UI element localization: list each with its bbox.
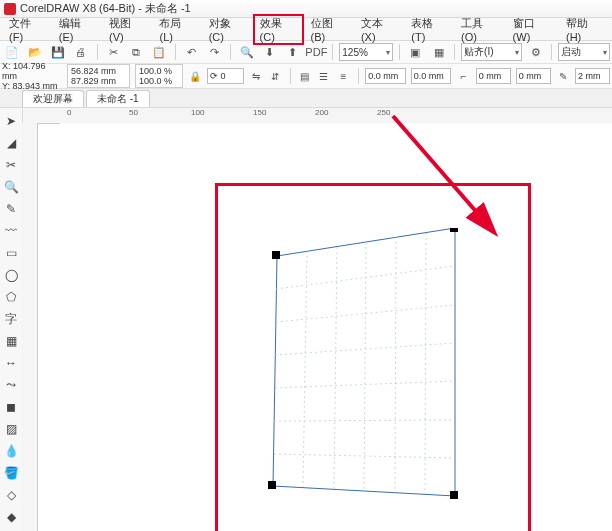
size-fields[interactable]: 56.824 mm 87.829 mm xyxy=(67,64,130,88)
connector-tool-icon[interactable]: ⤳ xyxy=(2,376,20,394)
options-icon[interactable]: ⚙ xyxy=(526,42,545,62)
launch-combo[interactable]: 启动 ▾ xyxy=(558,43,610,61)
ruler-vertical xyxy=(22,123,38,531)
handle-bottom-left xyxy=(268,481,276,489)
zoom-combo[interactable]: 125% ▾ xyxy=(339,43,393,61)
open-icon[interactable]: 📂 xyxy=(25,42,44,62)
svg-line-0 xyxy=(393,116,493,231)
handle-top-left xyxy=(272,251,280,259)
shadow-tool-icon[interactable]: ◼ xyxy=(2,398,20,416)
scale-x: 100.0 xyxy=(139,66,162,76)
svg-line-6 xyxy=(274,420,455,421)
cut-icon[interactable]: ✂ xyxy=(103,42,122,62)
align-icon[interactable]: ≡ xyxy=(336,66,350,86)
pick-tool-icon[interactable]: ➤ xyxy=(2,112,20,130)
outline-field-1[interactable]: 0.0 mm xyxy=(365,68,406,84)
outline-field-2[interactable]: 0.0 mm xyxy=(411,68,452,84)
shape-tool-icon[interactable]: ◢ xyxy=(2,134,20,152)
text-tool-icon[interactable]: 字 xyxy=(2,310,20,328)
divider xyxy=(97,44,98,60)
divider xyxy=(551,44,552,60)
crop-tool-icon[interactable]: ✂ xyxy=(2,156,20,174)
import-icon[interactable]: ⬇ xyxy=(260,42,279,62)
scale-y: 100.0 xyxy=(139,76,162,86)
freehand-tool-icon[interactable]: ✎ xyxy=(2,200,20,218)
chevron-down-icon: ▾ xyxy=(515,48,519,57)
tab-welcome[interactable]: 欢迎屏幕 xyxy=(22,90,84,107)
artistic-media-icon[interactable]: 〰 xyxy=(2,222,20,240)
tab-document[interactable]: 未命名 -1 xyxy=(86,90,150,107)
ruler-tick: 100 xyxy=(189,108,251,123)
height-value: 87.829 mm xyxy=(71,76,126,86)
new-doc-icon[interactable]: 📄 xyxy=(2,42,21,62)
outline-field-4[interactable]: 0 mm xyxy=(516,68,551,84)
divider xyxy=(290,68,291,84)
pdf-icon[interactable]: PDF xyxy=(306,42,326,62)
ruler-tick: 250 xyxy=(375,108,437,123)
redo-icon[interactable]: ↷ xyxy=(205,42,224,62)
ruler-tick: 0 xyxy=(65,108,127,123)
stroke-field[interactable]: 2 mm xyxy=(575,68,610,84)
menu-text[interactable]: 文本(X) xyxy=(354,14,404,45)
launch-label: 启动 xyxy=(561,45,581,59)
transparency-tool-icon[interactable]: ▨ xyxy=(2,420,20,438)
menu-file[interactable]: 文件(F) xyxy=(2,14,52,45)
menu-view[interactable]: 视图(V) xyxy=(102,14,152,45)
outline-tool-icon[interactable]: ◇ xyxy=(2,486,20,504)
rotation-field[interactable]: ⟳ 0 xyxy=(207,68,243,84)
dimension-tool-icon[interactable]: ↔ xyxy=(2,354,20,372)
zoom-tool-icon[interactable]: 🔍 xyxy=(2,178,20,196)
save-icon[interactable]: 💾 xyxy=(48,42,67,62)
eyedropper-tool-icon[interactable]: 💧 xyxy=(2,442,20,460)
rectangle-tool-icon[interactable]: ▭ xyxy=(2,244,20,262)
fullscreen-icon[interactable]: ▣ xyxy=(406,42,425,62)
menu-object[interactable]: 对象(C) xyxy=(202,14,253,45)
divider xyxy=(454,44,455,60)
chevron-down-icon: ▾ xyxy=(386,48,390,57)
snap-combo[interactable]: 贴齐(I) ▾ xyxy=(461,43,522,61)
mirror-h-icon[interactable]: ⇋ xyxy=(249,66,263,86)
menu-window[interactable]: 窗口(W) xyxy=(506,14,559,45)
search-icon[interactable]: 🔍 xyxy=(237,42,256,62)
fill-tool-icon[interactable]: 🪣 xyxy=(2,464,20,482)
scale-fields[interactable]: 100.0 % 100.0 % xyxy=(135,64,183,88)
svg-line-10 xyxy=(364,242,366,490)
menu-table[interactable]: 表格(T) xyxy=(404,14,454,45)
menu-edit[interactable]: 编辑(E) xyxy=(52,14,102,45)
drawing-canvas[interactable] xyxy=(60,123,612,531)
divider xyxy=(230,44,231,60)
menu-help[interactable]: 帮助(H) xyxy=(559,14,610,45)
polygon-tool-icon[interactable]: ⬠ xyxy=(2,288,20,306)
menu-bitmap[interactable]: 位图(B) xyxy=(304,14,354,45)
copy-icon[interactable]: ⧉ xyxy=(127,42,146,62)
zoom-value: 125% xyxy=(342,47,368,58)
annotation-arrow-icon xyxy=(383,108,523,246)
wrap-icon[interactable]: ▤ xyxy=(297,66,311,86)
paste-icon[interactable]: 📋 xyxy=(150,42,169,62)
x-label: X: xyxy=(2,61,11,71)
menu-effects[interactable]: 效果(C) xyxy=(253,14,304,45)
mirror-v-icon[interactable]: ⇵ xyxy=(268,66,282,86)
ellipse-tool-icon[interactable]: ◯ xyxy=(2,266,20,284)
svg-line-12 xyxy=(425,233,426,494)
menu-tools[interactable]: 工具(O) xyxy=(454,14,506,45)
chevron-down-icon: ▾ xyxy=(603,48,607,57)
pen-icon[interactable]: ✎ xyxy=(556,66,570,86)
lock-ratio-icon[interactable]: 🔒 xyxy=(188,66,202,86)
order-icon[interactable]: ☰ xyxy=(317,66,331,86)
undo-icon[interactable]: ↶ xyxy=(182,42,201,62)
outline-field-3[interactable]: 0 mm xyxy=(476,68,511,84)
toolbox: ➤ ◢ ✂ 🔍 ✎ 〰 ▭ ◯ ⬠ 字 ▦ ↔ ⤳ ◼ ▨ 💧 🪣 ◇ ◆ xyxy=(0,108,23,531)
menu-layout[interactable]: 布局(L) xyxy=(152,14,201,45)
export-icon[interactable]: ⬆ xyxy=(283,42,302,62)
corner-type-icon[interactable]: ⌐ xyxy=(456,66,470,86)
rotation-value: 0 xyxy=(220,71,225,81)
grid-icon[interactable]: ▦ xyxy=(429,42,448,62)
selected-graph-paper-object[interactable] xyxy=(265,228,465,508)
outline-2-value: 0.0 mm xyxy=(414,71,444,81)
outline-4-value: 0 mm xyxy=(519,71,542,81)
smart-fill-icon[interactable]: ◆ xyxy=(2,508,20,526)
y-label: Y: xyxy=(2,81,10,91)
table-tool-icon[interactable]: ▦ xyxy=(2,332,20,350)
print-icon[interactable]: 🖨 xyxy=(71,42,90,62)
